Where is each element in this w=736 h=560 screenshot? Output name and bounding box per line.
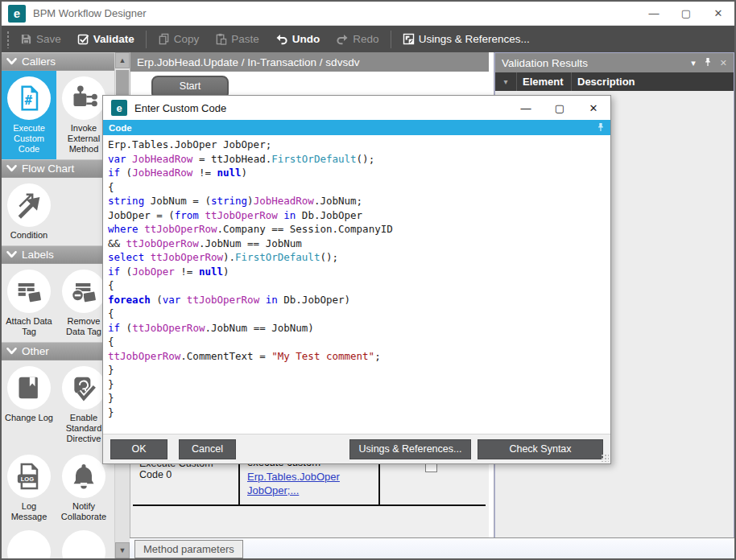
svg-text:#: # — [24, 93, 32, 108]
invoke-external-icon — [62, 76, 105, 120]
code-line: select ttJobOperRow).FirstOrDefault(); — [108, 250, 606, 265]
usings-references-button[interactable]: Usings & References... — [349, 439, 471, 459]
toolbox-item-condition[interactable]: Condition — [2, 178, 56, 245]
window-controls: — ▢ ✕ — [638, 2, 734, 25]
dialog-logo-icon: e — [111, 100, 127, 116]
ok-button[interactable]: OK — [110, 439, 167, 459]
section-items: #Execute Custom CodeInvoke External Meth… — [2, 71, 114, 159]
close-button[interactable]: ✕ — [702, 2, 734, 25]
param-code-link-2[interactable]: JobOper;... — [247, 484, 378, 498]
toolbar-grip-handle[interactable] — [4, 31, 12, 48]
code-line: where ttJobOperRow.Company == Session.Co… — [108, 222, 606, 237]
copy-icon — [158, 33, 170, 45]
section-items: Attach Data TagRemove Data Tag — [2, 264, 114, 342]
chevron-down-icon — [6, 345, 17, 357]
code-line: { — [108, 180, 606, 195]
undo-icon — [275, 33, 288, 46]
toolbox-item-label: Condition — [3, 230, 55, 245]
scroll-up-button[interactable]: ▲ — [115, 52, 130, 68]
section-header-callers[interactable]: Callers — [2, 52, 114, 71]
toolbox-item-execute-custom-code[interactable]: #Execute Custom Code — [2, 71, 56, 159]
scroll-down-button[interactable]: ▼ — [115, 542, 130, 558]
check-syntax-button[interactable]: Check Syntax — [478, 439, 603, 459]
filter-dropdown-icon[interactable]: ▾ — [495, 72, 517, 91]
code-line: { — [108, 307, 606, 321]
section-header-other[interactable]: Other — [2, 342, 114, 360]
toolbox-item-change-log[interactable]: Change Log — [2, 360, 56, 449]
save-icon — [20, 33, 32, 45]
log-message-icon: LOG — [7, 455, 51, 498]
custom-code-icon: # — [7, 76, 51, 120]
redo-button[interactable]: Redo — [328, 26, 387, 52]
param-code-link-1[interactable]: Erp.Tables.JobOper — [247, 470, 378, 484]
code-section-label: Code — [109, 123, 132, 133]
pin-icon[interactable] — [704, 57, 712, 68]
title-bar: e BPM Workflow Designer — ▢ ✕ — [2, 2, 734, 26]
toolbar-item-label: Usings & References... — [419, 33, 530, 45]
panel-close-icon[interactable]: ✕ — [720, 58, 727, 68]
sidebar-partial-row — [2, 530, 114, 558]
dialog-close-button[interactable]: ✕ — [577, 96, 610, 120]
dialog-title-bar: e Enter Custom Code — ▢ ✕ — [103, 96, 610, 120]
validate-button[interactable]: Validate — [69, 26, 143, 52]
section-header-labels[interactable]: Labels — [2, 245, 114, 264]
resize-grip[interactable] — [601, 454, 609, 462]
section-items: Change LogEnable Standard DirectiveLOGLo… — [2, 360, 114, 527]
section-title: Labels — [22, 249, 54, 261]
code-line: { — [108, 335, 606, 349]
cancel-button[interactable]: Cancel — [179, 439, 236, 459]
workflow-breadcrumb: Erp.JobHead.Update / In-Transaction / sd… — [130, 52, 489, 72]
redo-icon — [336, 33, 349, 46]
code-line: ttJobOperRow.CommentText = "My Test comm… — [108, 349, 606, 364]
toolbar-separator — [391, 31, 391, 48]
validation-table-header: ▾ Element Description — [495, 72, 734, 91]
code-line: string JobNum = (string)JobHeadRow.JobNu… — [108, 194, 606, 208]
toolbar-item-label: Save — [36, 33, 61, 45]
usings-icon — [403, 33, 415, 45]
code-line: JobOper = (from ttJobOperRow in Db.JobOp… — [108, 208, 606, 223]
code-editor[interactable]: Erp.Tables.JobOper JobOper;var JobHeadRo… — [103, 135, 610, 434]
section-header-flow-chart[interactable]: Flow Chart — [2, 159, 114, 178]
section-items: Condition — [2, 178, 114, 245]
dialog-window-controls: — ▢ ✕ — [509, 96, 610, 120]
code-line: && ttJobOperRow.JobNum == JobNum — [108, 237, 606, 251]
paste-button[interactable]: Paste — [207, 26, 267, 52]
section-title: Callers — [22, 56, 56, 68]
maximize-button[interactable]: ▢ — [670, 2, 702, 25]
toolbar-item-label: Redo — [353, 33, 378, 45]
column-header-description[interactable]: Description — [572, 72, 635, 91]
dialog-maximize-button[interactable]: ▢ — [543, 96, 577, 120]
code-section-bar: Code — [103, 120, 610, 135]
save-button[interactable]: Save — [12, 26, 69, 52]
validation-results-title: Validation Results — [502, 57, 588, 69]
copy-button[interactable]: Copy — [150, 26, 208, 52]
column-header-element[interactable]: Element — [517, 72, 572, 91]
code-line: } — [108, 377, 606, 392]
toolbar-separator — [146, 31, 147, 48]
section-title: Flow Chart — [22, 163, 74, 175]
code-line: } — [108, 406, 606, 420]
app-window: e BPM Workflow Designer — ▢ ✕ SaveValida… — [0, 0, 736, 560]
condition-icon — [7, 183, 51, 227]
toolbox-item-label: Change Log — [3, 413, 55, 428]
toolbox-item-label: Execute Custom Code — [3, 123, 55, 159]
minimize-button[interactable]: — — [638, 2, 670, 25]
code-line: foreach (var ttJobOperRow in Db.JobOper) — [108, 293, 606, 307]
toolbox-item-log-message[interactable]: LOGLog Message — [2, 449, 56, 527]
svg-text:LOG: LOG — [21, 476, 34, 483]
dialog-minimize-button[interactable]: — — [509, 96, 543, 120]
enter-custom-code-dialog: e Enter Custom Code — ▢ ✕ Code Erp.Table… — [102, 95, 611, 464]
window-title: BPM Workflow Designer — [33, 7, 147, 19]
validate-icon — [77, 33, 89, 45]
undo-button[interactable]: Undo — [267, 26, 329, 52]
code-line: Erp.Tables.JobOper JobOper; — [108, 138, 606, 152]
tab-method-parameters[interactable]: Method parameters — [134, 540, 243, 558]
usings-references-button[interactable]: Usings & References... — [395, 26, 538, 52]
enable-directive-icon — [62, 366, 105, 410]
code-line: { — [108, 278, 606, 293]
attach-tag-icon — [7, 270, 51, 313]
pin-icon[interactable] — [597, 122, 605, 134]
toolbar-item-label: Validate — [93, 33, 134, 45]
toolbox-item-attach-data-tag[interactable]: Attach Data Tag — [2, 264, 56, 342]
panel-dropdown-icon[interactable]: ▾ — [691, 58, 696, 68]
